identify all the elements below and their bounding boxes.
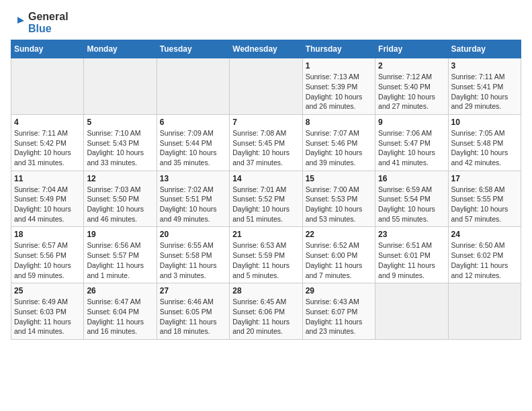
day-info: Sunrise: 6:43 AMSunset: 6:07 PMDaylight:… — [306, 297, 372, 336]
week-row-1: 4Sunrise: 7:11 AMSunset: 5:42 PMDaylight… — [11, 114, 521, 171]
calendar-cell: 3Sunrise: 7:11 AMSunset: 5:41 PMDaylight… — [448, 58, 521, 115]
calendar-cell: 24Sunrise: 6:50 AMSunset: 6:02 PMDayligh… — [448, 227, 521, 283]
logo: GeneralBlue — [11, 11, 69, 34]
day-header-sunday: Sunday — [11, 40, 84, 58]
day-number: 9 — [378, 118, 445, 127]
day-number: 3 — [451, 61, 518, 71]
week-row-3: 18Sunrise: 6:57 AMSunset: 5:56 PMDayligh… — [11, 227, 521, 283]
calendar-cell: 25Sunrise: 6:49 AMSunset: 6:03 PMDayligh… — [11, 283, 84, 340]
calendar-cell: 21Sunrise: 6:53 AMSunset: 5:59 PMDayligh… — [230, 227, 302, 283]
day-info: Sunrise: 7:10 AMSunset: 5:43 PMDaylight:… — [87, 128, 153, 168]
day-info: Sunrise: 7:01 AMSunset: 5:52 PMDaylight:… — [232, 185, 299, 224]
day-header-thursday: Thursday — [302, 40, 375, 58]
week-row-0: 1Sunrise: 7:13 AMSunset: 5:39 PMDaylight… — [11, 58, 521, 115]
day-number: 23 — [378, 230, 445, 239]
calendar-cell — [11, 58, 84, 115]
logo-bird-icon — [11, 15, 26, 30]
calendar-cell: 1Sunrise: 7:13 AMSunset: 5:39 PMDaylight… — [302, 58, 375, 115]
day-info: Sunrise: 7:11 AMSunset: 5:42 PMDaylight:… — [14, 128, 81, 168]
day-info: Sunrise: 7:07 AMSunset: 5:46 PMDaylight:… — [306, 128, 372, 168]
day-number: 16 — [378, 174, 445, 183]
day-number: 8 — [306, 118, 372, 127]
calendar-cell: 22Sunrise: 6:52 AMSunset: 6:00 PMDayligh… — [302, 227, 375, 283]
day-info: Sunrise: 6:49 AMSunset: 6:03 PMDaylight:… — [14, 297, 81, 336]
calendar-cell: 5Sunrise: 7:10 AMSunset: 5:43 PMDaylight… — [84, 114, 157, 171]
day-number: 7 — [232, 118, 299, 127]
day-number: 10 — [451, 118, 518, 127]
calendar-cell: 13Sunrise: 7:02 AMSunset: 5:51 PMDayligh… — [157, 171, 229, 227]
day-info: Sunrise: 6:53 AMSunset: 5:59 PMDaylight:… — [232, 240, 299, 280]
calendar-cell: 11Sunrise: 7:04 AMSunset: 5:49 PMDayligh… — [11, 171, 84, 227]
day-number: 17 — [451, 174, 518, 183]
day-info: Sunrise: 6:57 AMSunset: 5:56 PMDaylight:… — [14, 240, 81, 280]
calendar-header-row: SundayMondayTuesdayWednesdayThursdayFrid… — [11, 40, 521, 58]
day-number: 18 — [14, 230, 81, 239]
day-number: 21 — [232, 230, 299, 239]
calendar-cell — [84, 58, 157, 115]
day-number: 14 — [232, 174, 299, 183]
day-header-tuesday: Tuesday — [157, 40, 229, 58]
day-number: 26 — [87, 286, 153, 295]
day-info: Sunrise: 6:45 AMSunset: 6:06 PMDaylight:… — [232, 297, 299, 336]
day-number: 12 — [87, 174, 153, 183]
calendar-cell: 26Sunrise: 6:47 AMSunset: 6:04 PMDayligh… — [84, 283, 157, 340]
day-number: 2 — [378, 61, 445, 71]
calendar-cell: 4Sunrise: 7:11 AMSunset: 5:42 PMDaylight… — [11, 114, 84, 171]
calendar-cell: 12Sunrise: 7:03 AMSunset: 5:50 PMDayligh… — [84, 171, 157, 227]
day-info: Sunrise: 7:09 AMSunset: 5:44 PMDaylight:… — [160, 128, 226, 168]
day-info: Sunrise: 7:03 AMSunset: 5:50 PMDaylight:… — [87, 185, 153, 224]
day-number: 22 — [306, 230, 372, 239]
day-number: 19 — [87, 230, 153, 239]
day-number: 25 — [14, 286, 81, 295]
day-info: Sunrise: 6:47 AMSunset: 6:04 PMDaylight:… — [87, 297, 153, 336]
day-number: 27 — [160, 286, 226, 295]
week-row-4: 25Sunrise: 6:49 AMSunset: 6:03 PMDayligh… — [11, 283, 521, 340]
day-header-wednesday: Wednesday — [230, 40, 302, 58]
day-number: 5 — [87, 118, 153, 127]
calendar-cell: 28Sunrise: 6:45 AMSunset: 6:06 PMDayligh… — [230, 283, 302, 340]
day-number: 29 — [306, 286, 372, 295]
calendar-cell: 27Sunrise: 6:46 AMSunset: 6:05 PMDayligh… — [157, 283, 229, 340]
calendar-cell: 18Sunrise: 6:57 AMSunset: 5:56 PMDayligh… — [11, 227, 84, 283]
calendar-cell: 9Sunrise: 7:06 AMSunset: 5:47 PMDaylight… — [375, 114, 448, 171]
logo-general-label: General — [28, 11, 69, 23]
page-header: GeneralBlue — [11, 11, 521, 34]
day-info: Sunrise: 6:52 AMSunset: 6:00 PMDaylight:… — [306, 240, 372, 280]
day-number: 13 — [160, 174, 226, 183]
day-info: Sunrise: 7:05 AMSunset: 5:48 PMDaylight:… — [451, 128, 518, 168]
day-info: Sunrise: 6:46 AMSunset: 6:05 PMDaylight:… — [160, 297, 226, 336]
day-number: 6 — [160, 118, 226, 127]
calendar-cell: 29Sunrise: 6:43 AMSunset: 6:07 PMDayligh… — [302, 283, 375, 340]
day-header-saturday: Saturday — [448, 40, 521, 58]
day-number: 11 — [14, 174, 81, 183]
day-header-friday: Friday — [375, 40, 448, 58]
calendar-cell: 17Sunrise: 6:58 AMSunset: 5:55 PMDayligh… — [448, 171, 521, 227]
calendar-cell: 2Sunrise: 7:12 AMSunset: 5:40 PMDaylight… — [375, 58, 448, 115]
calendar-cell: 8Sunrise: 7:07 AMSunset: 5:46 PMDaylight… — [302, 114, 375, 171]
calendar-cell: 19Sunrise: 6:56 AMSunset: 5:57 PMDayligh… — [84, 227, 157, 283]
day-info: Sunrise: 6:56 AMSunset: 5:57 PMDaylight:… — [87, 240, 153, 280]
calendar-cell: 15Sunrise: 7:00 AMSunset: 5:53 PMDayligh… — [302, 171, 375, 227]
day-number: 20 — [160, 230, 226, 239]
calendar-cell — [448, 283, 521, 340]
week-row-2: 11Sunrise: 7:04 AMSunset: 5:49 PMDayligh… — [11, 171, 521, 227]
day-number: 15 — [306, 174, 372, 183]
calendar-table: SundayMondayTuesdayWednesdayThursdayFrid… — [11, 40, 521, 340]
calendar-cell: 23Sunrise: 6:51 AMSunset: 6:01 PMDayligh… — [375, 227, 448, 283]
day-info: Sunrise: 6:51 AMSunset: 6:01 PMDaylight:… — [378, 240, 445, 280]
calendar-cell: 20Sunrise: 6:55 AMSunset: 5:58 PMDayligh… — [157, 227, 229, 283]
day-info: Sunrise: 7:04 AMSunset: 5:49 PMDaylight:… — [14, 185, 81, 224]
day-info: Sunrise: 6:59 AMSunset: 5:54 PMDaylight:… — [378, 185, 445, 224]
logo-blue-label: Blue — [28, 23, 69, 35]
day-info: Sunrise: 7:12 AMSunset: 5:40 PMDaylight:… — [378, 72, 445, 111]
calendar-cell — [157, 58, 229, 115]
calendar-cell: 6Sunrise: 7:09 AMSunset: 5:44 PMDaylight… — [157, 114, 229, 171]
day-info: Sunrise: 6:50 AMSunset: 6:02 PMDaylight:… — [451, 240, 518, 280]
day-info: Sunrise: 7:13 AMSunset: 5:39 PMDaylight:… — [306, 72, 372, 111]
day-info: Sunrise: 6:58 AMSunset: 5:55 PMDaylight:… — [451, 185, 518, 224]
day-number: 28 — [232, 286, 299, 295]
calendar-cell — [375, 283, 448, 340]
calendar-cell: 7Sunrise: 7:08 AMSunset: 5:45 PMDaylight… — [230, 114, 302, 171]
calendar-cell — [230, 58, 302, 115]
calendar-cell: 16Sunrise: 6:59 AMSunset: 5:54 PMDayligh… — [375, 171, 448, 227]
